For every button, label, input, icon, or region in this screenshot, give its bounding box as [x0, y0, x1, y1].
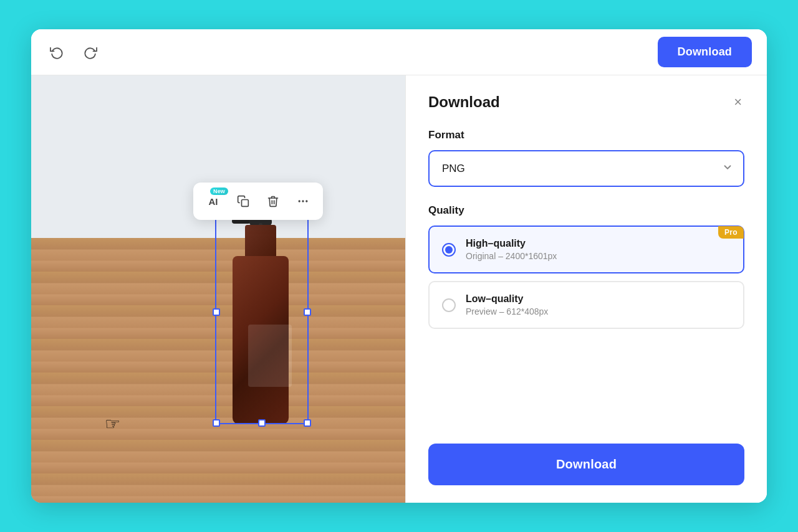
- redo-button[interactable]: [80, 42, 101, 63]
- quality-option-high[interactable]: High–quality Original – 2400*1601px Pro: [428, 226, 744, 273]
- handle-middle-right[interactable]: [304, 308, 311, 316]
- new-badge: New: [210, 188, 228, 195]
- more-options-button[interactable]: [289, 188, 317, 215]
- panel-download-button[interactable]: Download: [428, 444, 744, 485]
- quality-info-high: High–quality Original – 2400*1601px: [466, 238, 731, 261]
- format-label: Format: [428, 129, 744, 141]
- copy-button[interactable]: [229, 188, 257, 215]
- radio-dot-high: [445, 246, 453, 254]
- svg-point-2: [302, 201, 304, 202]
- format-select[interactable]: PNG JPG SVG PDF WebP: [428, 150, 744, 187]
- download-panel: Download × Format PNG JPG SVG PDF WebP: [405, 75, 767, 503]
- canvas-area: AI New: [31, 75, 405, 503]
- format-select-wrapper: PNG JPG SVG PDF WebP: [428, 150, 744, 187]
- quality-desc-high: Original – 2400*1601px: [466, 251, 731, 261]
- quality-option-low[interactable]: Low–quality Preview – 612*408px: [428, 281, 744, 329]
- radio-low: [442, 298, 456, 312]
- svg-rect-0: [242, 200, 249, 207]
- panel-title: Download: [428, 93, 500, 111]
- handle-middle-left[interactable]: [213, 308, 220, 316]
- ai-tool-button[interactable]: AI New: [200, 188, 227, 215]
- quality-name-low: Low–quality: [466, 293, 731, 305]
- pro-badge: Pro: [718, 226, 744, 239]
- svg-point-1: [299, 201, 300, 202]
- svg-point-3: [306, 201, 307, 202]
- toolbar-left: [46, 42, 101, 63]
- undo-button[interactable]: [46, 42, 67, 63]
- delete-button[interactable]: [259, 188, 287, 215]
- quality-name-high: High–quality: [466, 238, 731, 249]
- panel-header: Download ×: [428, 93, 744, 112]
- radio-high: [442, 243, 456, 257]
- context-toolbar: AI New: [193, 183, 323, 220]
- toolbar: Download: [31, 29, 767, 75]
- handle-bottom-right[interactable]: [304, 419, 311, 427]
- main-content: AI New: [31, 75, 767, 503]
- quality-desc-low: Preview – 612*408px: [466, 306, 731, 316]
- close-button[interactable]: ×: [731, 93, 744, 112]
- handle-bottom-middle[interactable]: [258, 419, 266, 427]
- selection-box: [215, 200, 309, 424]
- app-window: Download: [31, 29, 767, 503]
- handle-bottom-left[interactable]: [213, 419, 220, 427]
- ai-icon: AI: [209, 196, 218, 207]
- quality-label: Quality: [428, 204, 744, 217]
- quality-info-low: Low–quality Preview – 612*408px: [466, 293, 731, 316]
- header-download-button[interactable]: Download: [658, 37, 752, 67]
- quality-options: High–quality Original – 2400*1601px Pro …: [428, 226, 744, 329]
